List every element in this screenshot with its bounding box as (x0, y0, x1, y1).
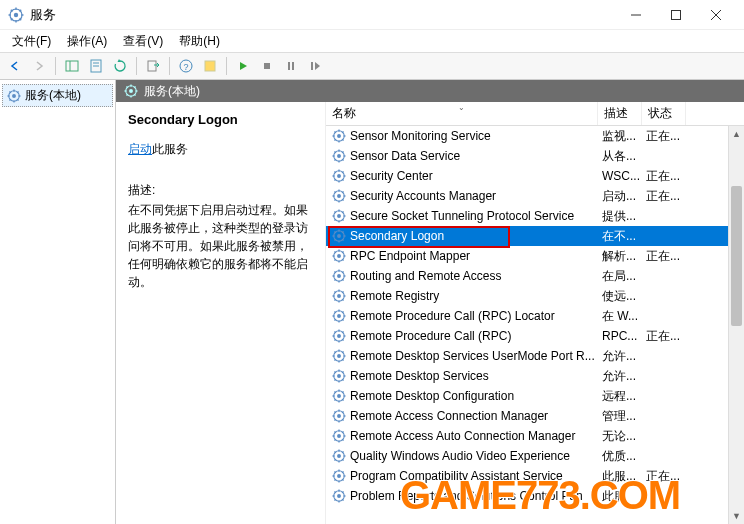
service-row[interactable]: Remote Access Auto Connection Manager无论.… (326, 426, 744, 446)
gear-icon (124, 84, 138, 98)
svg-rect-14 (66, 61, 78, 71)
service-state-cell: 正在... (642, 468, 686, 485)
service-row[interactable]: Sensor Monitoring Service监视...正在... (326, 126, 744, 146)
restart-button[interactable] (304, 55, 326, 77)
service-state-cell: 正在... (642, 128, 686, 145)
forward-button[interactable] (28, 55, 50, 77)
refresh-button[interactable] (109, 55, 131, 77)
gear-icon (332, 409, 346, 423)
export-button[interactable] (142, 55, 164, 77)
list-header: 名称⌄ 描述 状态 (326, 102, 744, 126)
tree-root-services[interactable]: 服务(本地) (2, 84, 113, 107)
service-name-cell: Sensor Monitoring Service (326, 129, 598, 143)
back-button[interactable] (4, 55, 26, 77)
service-row[interactable]: Problem Reports and Solutions Control Pa… (326, 486, 744, 506)
service-name-label: Remote Desktop Configuration (350, 389, 514, 403)
service-row[interactable]: Remote Desktop Services UserMode Port R.… (326, 346, 744, 366)
window-title: 服务 (30, 6, 616, 24)
service-desc-cell: 此服 (598, 488, 642, 505)
close-button[interactable] (696, 1, 736, 29)
scroll-down-icon[interactable]: ▼ (729, 508, 744, 524)
service-name-cell: Remote Access Auto Connection Manager (326, 429, 598, 443)
svg-rect-25 (292, 62, 294, 70)
column-name-label: 名称 (332, 105, 356, 122)
service-row[interactable]: RPC Endpoint Mapper解析...正在... (326, 246, 744, 266)
minimize-button[interactable] (616, 1, 656, 29)
gear-icon (332, 229, 346, 243)
service-name-cell: Program Compatibility Assistant Service (326, 469, 598, 483)
show-hide-button[interactable] (61, 55, 83, 77)
service-name-cell: Security Accounts Manager (326, 189, 598, 203)
svg-rect-19 (148, 61, 156, 71)
separator (55, 57, 56, 75)
service-row[interactable]: Security CenterWSC...正在... (326, 166, 744, 186)
column-desc[interactable]: 描述 (598, 102, 642, 125)
menu-action[interactable]: 操作(A) (59, 31, 115, 52)
service-name-label: Remote Desktop Services UserMode Port R.… (350, 349, 595, 363)
gear-icon (7, 89, 21, 103)
menu-file[interactable]: 文件(F) (4, 31, 59, 52)
service-row[interactable]: Quality Windows Audio Video Experience优质… (326, 446, 744, 466)
column-state[interactable]: 状态 (642, 102, 686, 125)
detail-action: 启动此服务 (128, 141, 313, 158)
detail-title: Secondary Logon (128, 112, 313, 127)
start-link[interactable]: 启动 (128, 142, 152, 156)
list-body: Sensor Monitoring Service监视...正在...Senso… (326, 126, 744, 524)
service-name-cell: Problem Reports and Solutions Control Pa… (326, 489, 598, 503)
service-row[interactable]: Security Accounts Manager启动...正在... (326, 186, 744, 206)
service-row[interactable]: Remote Access Connection Manager管理... (326, 406, 744, 426)
desc-text: 在不同凭据下启用启动过程。如果此服务被停止，这种类型的登录访问将不可用。如果此服… (128, 201, 313, 291)
service-desc-cell: WSC... (598, 169, 642, 183)
service-name-label: Remote Access Connection Manager (350, 409, 548, 423)
menu-view[interactable]: 查看(V) (115, 31, 171, 52)
service-name-label: Secure Socket Tunneling Protocol Service (350, 209, 574, 223)
service-name-label: Secondary Logon (350, 229, 444, 243)
service-name-cell: Quality Windows Audio Video Experience (326, 449, 598, 463)
service-state-cell: 正在... (642, 248, 686, 265)
vertical-scrollbar[interactable]: ▲ ▼ (728, 126, 744, 524)
detail-pane: Secondary Logon 启动此服务 描述: 在不同凭据下启用启动过程。如… (116, 102, 326, 524)
service-row[interactable]: Secure Socket Tunneling Protocol Service… (326, 206, 744, 226)
service-desc-cell: 解析... (598, 248, 642, 265)
service-name-cell: Remote Registry (326, 289, 598, 303)
service-row[interactable]: Secondary Logon在不... (326, 226, 744, 246)
service-name-label: Security Center (350, 169, 433, 183)
service-row[interactable]: Remote Registry使远... (326, 286, 744, 306)
service-row[interactable]: Remote Procedure Call (RPC)RPC...正在... (326, 326, 744, 346)
menu-help[interactable]: 帮助(H) (171, 31, 228, 52)
gear-icon (332, 449, 346, 463)
service-desc-cell: 在局... (598, 268, 642, 285)
maximize-button[interactable] (656, 1, 696, 29)
service-row[interactable]: Remote Procedure Call (RPC) Locator在 W..… (326, 306, 744, 326)
menu-bar: 文件(F) 操作(A) 查看(V) 帮助(H) (0, 30, 744, 52)
service-desc-cell: 在 W... (598, 308, 642, 325)
service-row[interactable]: Routing and Remote Access在局... (326, 266, 744, 286)
stop-button[interactable] (256, 55, 278, 77)
properties-button[interactable] (85, 55, 107, 77)
right-header: 服务(本地) (116, 80, 744, 102)
service-state-cell: 正在... (642, 168, 686, 185)
action1-button[interactable] (199, 55, 221, 77)
service-row[interactable]: Program Compatibility Assistant Service此… (326, 466, 744, 486)
pause-button[interactable] (280, 55, 302, 77)
column-name[interactable]: 名称⌄ (326, 102, 598, 125)
service-row[interactable]: Sensor Data Service从各... (326, 146, 744, 166)
scroll-thumb[interactable] (731, 186, 742, 326)
service-name-cell: RPC Endpoint Mapper (326, 249, 598, 263)
start-button[interactable] (232, 55, 254, 77)
service-row[interactable]: Remote Desktop Services允许... (326, 366, 744, 386)
service-desc-cell: 启动... (598, 188, 642, 205)
scroll-up-icon[interactable]: ▲ (729, 126, 744, 142)
service-name-label: Sensor Monitoring Service (350, 129, 491, 143)
service-state-cell: 正在... (642, 188, 686, 205)
help-button[interactable]: ? (175, 55, 197, 77)
content: Secondary Logon 启动此服务 描述: 在不同凭据下启用启动过程。如… (116, 102, 744, 524)
service-row[interactable]: Remote Desktop Configuration远程... (326, 386, 744, 406)
service-desc-cell: 管理... (598, 408, 642, 425)
service-desc-cell: 无论... (598, 428, 642, 445)
gear-icon (332, 389, 346, 403)
sort-indicator-icon: ⌄ (458, 103, 465, 112)
svg-rect-11 (672, 10, 681, 19)
gear-icon (332, 209, 346, 223)
service-desc-cell: 此服... (598, 468, 642, 485)
